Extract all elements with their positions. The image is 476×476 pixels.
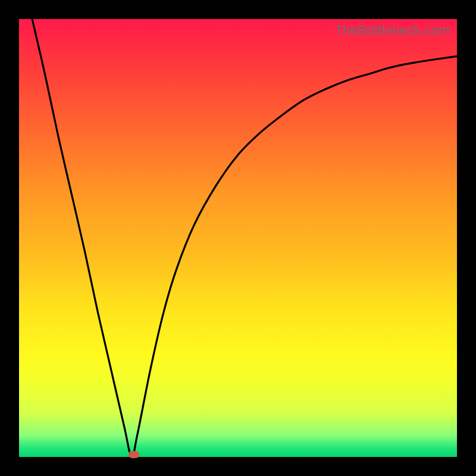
bottleneck-curve: [32, 19, 457, 457]
optimal-point-marker: [129, 451, 139, 458]
chart-frame: TheBottleneck.com: [0, 0, 476, 476]
curve-svg: [19, 19, 457, 457]
plot-area: TheBottleneck.com: [19, 19, 457, 457]
